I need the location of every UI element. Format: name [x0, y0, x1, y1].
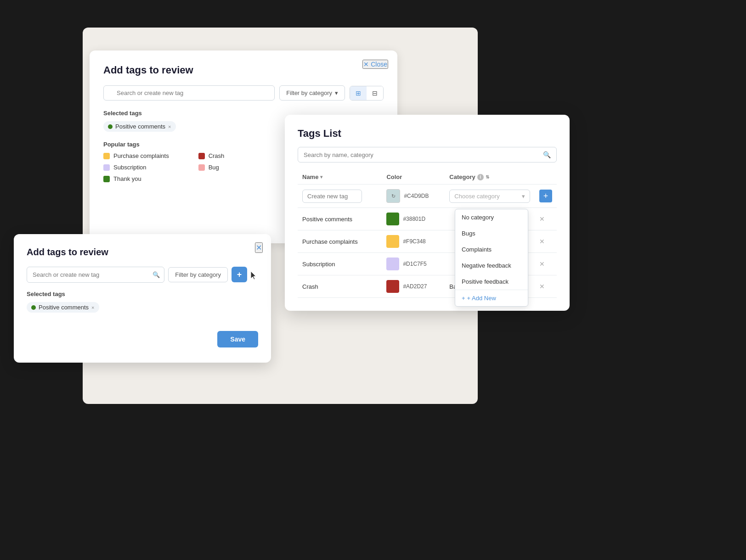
- color-swatch: [386, 235, 399, 248]
- modal-add-tags-front: Add tags to review ✕ 🔍 Filter by categor…: [14, 234, 271, 363]
- list-item[interactable]: Thank you: [103, 175, 194, 182]
- tags-search-row: 🔍: [298, 147, 557, 162]
- filter-dropdown-back[interactable]: Filter by category ▾: [279, 85, 345, 101]
- tag-remove-button[interactable]: ×: [91, 305, 94, 310]
- category-option-bugs[interactable]: Bugs: [455, 225, 528, 241]
- tags-search-icon: 🔍: [543, 151, 551, 158]
- tag-color-dot: [31, 305, 36, 310]
- col-header-category[interactable]: Category i ⇅: [445, 170, 535, 185]
- list-item[interactable]: Purchase complaints: [103, 152, 194, 159]
- category-option-positive-feedback[interactable]: Positive feedback: [455, 274, 528, 290]
- tag-remove-button[interactable]: ×: [168, 124, 171, 129]
- search-icon-front: 🔍: [153, 271, 160, 278]
- cursor-pointer: [249, 270, 258, 283]
- color-hex: #F9C348: [403, 238, 425, 245]
- delete-tag-button[interactable]: ✕: [539, 260, 545, 268]
- popular-tag-name: Crash: [209, 152, 225, 159]
- popular-tag-name: Thank you: [113, 175, 141, 182]
- modal-front-title: Add tags to review: [27, 247, 258, 258]
- filter-dropdown-front[interactable]: Filter by category: [168, 267, 228, 282]
- modal-back-close-button[interactable]: ✕ Close: [362, 60, 388, 69]
- color-swatch: [386, 213, 399, 225]
- col-header-actions: [535, 170, 557, 185]
- refresh-icon: ↻: [391, 193, 396, 199]
- category-option-no-category[interactable]: No category: [455, 209, 528, 225]
- search-wrapper-front: 🔍: [27, 267, 164, 283]
- search-row-front: 🔍 Filter by category +: [27, 266, 258, 283]
- category-option-complaints[interactable]: Complaints: [455, 241, 528, 258]
- list-item[interactable]: Crash: [198, 152, 289, 159]
- search-wrapper-back: 🔍: [103, 85, 275, 101]
- selected-tags-label-front: Selected tags: [27, 291, 258, 297]
- search-input-front[interactable]: [27, 267, 164, 283]
- tag-name-cell: Purchase complaints: [298, 230, 382, 253]
- add-new-category-button[interactable]: + + Add New: [455, 290, 528, 306]
- popular-tag-name: Subscription: [113, 164, 147, 171]
- list-item[interactable]: Bug: [198, 164, 289, 171]
- color-swatch: [386, 280, 399, 293]
- view-toggle-group-back: ⊞ ⊟: [350, 86, 384, 101]
- chevron-down-icon: ▾: [522, 193, 525, 200]
- tag-color-rect: [103, 176, 110, 182]
- save-button-front[interactable]: Save: [217, 331, 258, 347]
- new-tag-color-button[interactable]: ↻: [386, 189, 400, 203]
- delete-tag-button[interactable]: ✕: [539, 215, 545, 223]
- category-dropdown-new[interactable]: Choose category ▾: [449, 190, 530, 203]
- tags-list-title: Tags List: [298, 128, 557, 140]
- new-tag-color-hex: #C4D9DB: [404, 193, 429, 199]
- tag-color-rect: [103, 153, 110, 159]
- tag-chip-label: Positive comments: [39, 304, 89, 311]
- search-input-back[interactable]: [103, 85, 275, 101]
- tag-color-rect: [103, 164, 110, 171]
- category-sort-icon: ⇅: [486, 174, 489, 179]
- delete-tag-button[interactable]: ✕: [539, 283, 545, 290]
- tag-name-cell: Crash: [298, 275, 382, 298]
- new-tag-name-input[interactable]: [302, 190, 362, 203]
- col-header-color: Color: [382, 170, 445, 185]
- sort-icon: ▾: [320, 174, 322, 179]
- info-icon: i: [477, 174, 484, 180]
- tag-name-cell: Subscription: [298, 253, 382, 275]
- tag-name-cell: Positive comments: [298, 208, 382, 230]
- add-tag-row-button[interactable]: +: [539, 190, 552, 202]
- tag-chip-label: Positive comments: [115, 123, 165, 130]
- tag-color-rect: [198, 153, 205, 159]
- popular-tag-name: Purchase complaints: [113, 152, 169, 159]
- category-dropdown-popup: No category Bugs Complaints Negative fee…: [455, 209, 528, 307]
- list-item[interactable]: Subscription: [103, 164, 194, 171]
- view-grid-button-back[interactable]: ⊞: [350, 86, 367, 100]
- color-swatch: [386, 258, 399, 270]
- color-hex: #38801D: [403, 216, 425, 222]
- popular-tag-name: Bug: [209, 164, 219, 171]
- plus-icon: +: [462, 295, 465, 302]
- category-option-negative-feedback[interactable]: Negative feedback: [455, 258, 528, 274]
- tag-color-rect: [198, 164, 205, 171]
- delete-tag-button[interactable]: ✕: [539, 238, 545, 245]
- modal-back-title: Add tags to review: [103, 64, 384, 76]
- modal-front-close-button[interactable]: ✕: [255, 242, 263, 253]
- view-list-button-back[interactable]: ⊟: [367, 86, 383, 100]
- tags-search-input[interactable]: [304, 151, 539, 158]
- color-hex: #AD2D27: [403, 283, 427, 290]
- list-item: Positive comments ×: [27, 302, 99, 313]
- add-tag-button-front[interactable]: +: [232, 267, 247, 282]
- new-tag-row: ↻ #C4D9DB Choose category ▾ +: [298, 185, 557, 208]
- list-item: Positive comments ×: [103, 121, 176, 132]
- color-hex: #D1C7F5: [403, 261, 426, 267]
- tag-color-dot: [108, 124, 113, 129]
- selected-tags-container-front: Positive comments ×: [27, 302, 258, 313]
- col-header-name[interactable]: Name ▾: [298, 170, 382, 185]
